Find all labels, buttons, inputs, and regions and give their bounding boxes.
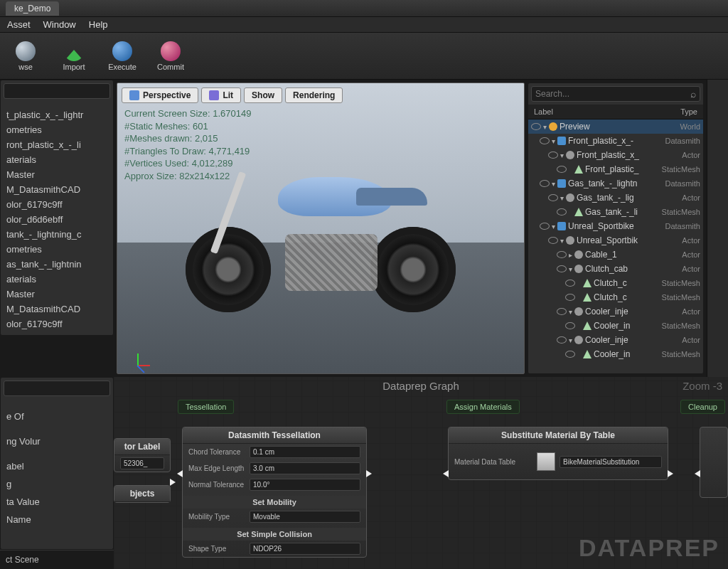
outliner-row[interactable]: Clutch_cStaticMesh [528,290,703,304]
list-item[interactable]: olor_6179c9ff [6,197,107,212]
outliner-search[interactable] [531,86,700,102]
node-title: tor Label [114,439,170,455]
list-item[interactable]: Master [6,287,107,302]
list-item[interactable]: t_plastic_x_-_lightr [6,107,107,122]
lit-label: Lit [223,90,233,100]
perspective-button[interactable]: Perspective [122,87,198,103]
list-item[interactable]: M_DatasmithCAD [6,182,107,197]
execute-label: Execute [108,63,136,71]
list-item[interactable]: aterials [6,272,107,287]
graph-title: Dataprep Graph [382,380,459,392]
outliner-row[interactable]: Clutch_cabActor [528,262,703,276]
outliner-row[interactable]: Cooler_inStaticMesh [528,319,703,333]
group-materials: Assign Materials [446,400,520,414]
list-item[interactable]: M_DatasmithCAD [6,302,107,317]
outliner-row[interactable]: Clutch_cStaticMesh [528,276,703,290]
filter-search[interactable] [4,381,110,396]
list-item[interactable]: olor_d6d6ebff [6,212,107,227]
list-item[interactable]: e Of [6,408,107,425]
list-item[interactable] [6,425,107,432]
title-bar: ke_Demo [0,0,728,17]
actor-value[interactable]: 52306_ [120,457,164,469]
node-objects[interactable]: bjects [114,485,171,503]
tess-value[interactable]: 0.1 cm [250,446,360,458]
menu-asset[interactable]: Asset [7,19,31,30]
col-label[interactable]: Label [534,107,553,116]
node-title: bjects [114,486,170,502]
list-item[interactable]: ront_plastic_x_-_li [6,137,107,152]
main-toolbar: wse Import Execute Commit [0,33,728,80]
outliner-row[interactable]: Gas_tank_-_lightnDatasmith [528,176,703,191]
list-item[interactable] [6,450,107,457]
col-type[interactable]: Type [680,107,697,116]
menu-window[interactable]: Window [43,19,76,30]
material-table-value[interactable]: BikeMaterialSubstitution [560,456,662,468]
list-item[interactable] [6,400,107,408]
tess-value[interactable]: 3.0 cm [250,462,360,474]
list-item[interactable]: ometries [6,122,107,137]
material-thumb-icon [537,452,555,471]
outliner-row[interactable]: Unreal_SportbikActor [528,233,703,248]
commit-label: Commit [157,63,184,71]
asset-tree-panel: t_plastic_x_-_lightrometriesront_plastic… [0,80,114,336]
list-item[interactable]: Name [6,511,107,528]
browse-icon [16,41,36,61]
zoom-level: Zoom -3 [682,380,722,392]
outliner-row[interactable]: Gas_tank_-_ligActor [528,191,703,205]
outliner-search-input[interactable] [535,89,690,99]
world-outliner: Label Type PreviewWorldFront_plastic_x_-… [528,83,704,374]
node-tessellation[interactable]: Datasmith Tessellation Chord Tolerance0.… [182,427,367,558]
import-button[interactable]: Import [53,36,95,76]
commit-button[interactable]: Commit [149,36,192,76]
outliner-row[interactable]: Front_plastic_StaticMesh [528,162,703,176]
outliner-row[interactable]: Cooler_injeActor [528,304,703,319]
list-item[interactable]: abel [6,457,107,475]
list-item[interactable]: tank_-_lightning_c [6,227,107,242]
search-icon [690,88,696,100]
rendering-button[interactable]: Rendering [285,87,343,103]
list-item[interactable]: as_tank_-_lightnin [6,257,107,272]
outliner-row[interactable]: Unreal_SportbikeDatasmith [528,219,703,233]
outliner-row[interactable]: Cooler_injeActor [528,333,703,347]
dataprep-graph[interactable]: Dataprep Graph Zoom -3 DATAPREP Tessella… [114,377,728,569]
list-item[interactable]: g [6,475,107,493]
commit-icon [161,41,181,61]
node-substitute-material[interactable]: Substitute Material By Table Material Da… [448,427,668,480]
tess-value[interactable]: 10.0° [250,479,360,491]
outliner-row[interactable]: PreviewWorld [528,119,703,134]
list-item[interactable] [6,528,107,536]
menu-help[interactable]: Help [89,19,108,30]
lit-button[interactable]: Lit [201,87,241,103]
list-item[interactable]: aterials [6,152,107,167]
list-item[interactable]: ometries [6,242,107,257]
browse-button[interactable]: wse [4,36,47,76]
perspective-label: Perspective [143,90,191,100]
filter-search-input[interactable] [8,383,114,393]
axis-gizmo [127,342,151,366]
list-item[interactable]: olor_d6d6ebff [6,331,107,336]
list-item[interactable]: ng Volur [6,432,107,450]
list-item[interactable]: olor_6179c9ff [6,317,107,331]
import-icon [64,41,84,61]
outliner-row[interactable]: Front_plastic_x_-Datasmith [528,134,703,148]
node-subtitle: Set Mobility [183,496,366,509]
list-item[interactable]: ta Value [6,493,107,511]
outliner-row[interactable]: Cable_1Actor [528,248,703,262]
mobility-value[interactable]: Movable [250,511,360,523]
tab-title[interactable]: ke_Demo [6,1,59,16]
outliner-row[interactable]: Gas_tank_-_liStaticMesh [528,205,703,219]
collision-value[interactable]: NDOP26 [250,543,360,555]
node-cleanup[interactable] [700,427,728,498]
show-button[interactable]: Show [244,87,282,103]
watermark: DATAPREP [579,534,719,562]
outliner-row[interactable]: Front_plastic_x_Actor [528,148,703,162]
node-actor-label[interactable]: tor Label 52306_ [114,438,171,472]
outliner-row[interactable]: Cooler_inStaticMesh [528,347,703,361]
viewport-stats: Current Screen Size: 1.670149 #Static Me… [124,107,252,182]
list-item[interactable]: Master [6,167,107,182]
execute-button[interactable]: Execute [101,36,144,76]
asset-search[interactable] [4,83,110,99]
viewport-3d[interactable]: Perspective Lit Show Rendering Current S… [117,83,525,374]
node-title: Datasmith Tessellation [183,427,366,444]
asset-search-input[interactable] [8,86,114,96]
